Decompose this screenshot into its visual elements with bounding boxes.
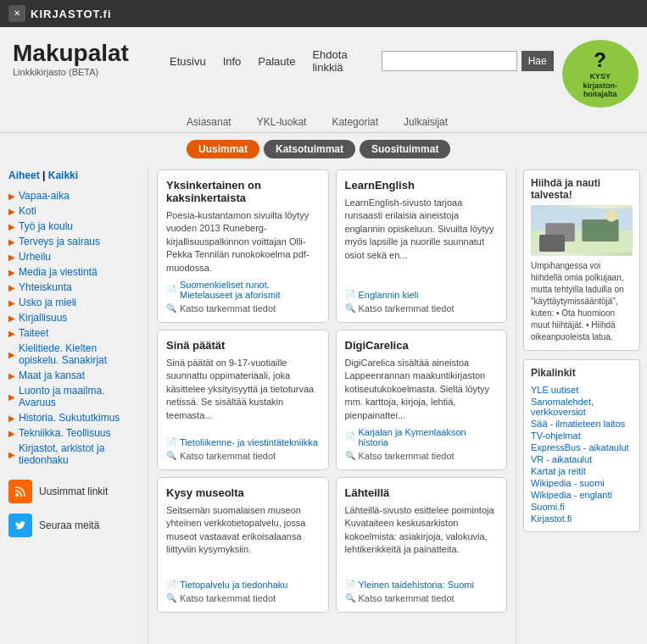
rss-icon bbox=[8, 480, 32, 503]
sidebar-item-label: Maat ja kansat bbox=[19, 369, 85, 381]
card-tag-label[interactable]: Yleinen taidehistoria: Suomi bbox=[359, 580, 474, 590]
sub-nav-julkaisijat[interactable]: Julkaisijat bbox=[404, 116, 448, 128]
svg-rect-4 bbox=[582, 219, 618, 242]
card-title: Yksinkertainen on kaksinkertaista bbox=[166, 179, 320, 204]
card-more-link[interactable]: 🔍 Katso tarkemmat tiedot bbox=[166, 303, 320, 314]
page-wrapper: Makupalat Linkkikirjasto (BETA) Etusivu … bbox=[0, 27, 647, 644]
card-tag-label[interactable]: Englannin kieli bbox=[359, 290, 419, 300]
filter-katsotuimmat[interactable]: Katsotuimmat bbox=[264, 140, 355, 158]
card-title: LearnEnglish bbox=[345, 179, 499, 192]
sidebar-item-urheilu[interactable]: ▶ Urheilu bbox=[8, 249, 139, 264]
card-tag-label[interactable]: Tietoliikenne- ja viestintätekniikka bbox=[180, 437, 318, 447]
quicklink-saa[interactable]: Sää - ilmatieteen laitos bbox=[531, 418, 633, 430]
card-more-link[interactable]: 🔍 Katso tarkemmat tiedot bbox=[166, 451, 320, 461]
card-more-link[interactable]: 🔍 Katso tarkemmat tiedot bbox=[345, 593, 499, 603]
arrow-icon: ▶ bbox=[8, 237, 15, 247]
site-title-area: Makupalat Linkkikirjasto (BETA) bbox=[0, 36, 170, 77]
sidebar-divider bbox=[8, 468, 139, 475]
quicklink-suomi[interactable]: Suomi.fi bbox=[531, 501, 633, 513]
sidebar-item-tyo[interactable]: ▶ Työ ja koulu bbox=[8, 219, 139, 234]
filter-suosituimmat[interactable]: Suosituimmat bbox=[360, 140, 450, 158]
arrow-icon: ▶ bbox=[8, 350, 15, 359]
card-more-link[interactable]: 🔍 Katso tarkemmat tiedot bbox=[345, 451, 499, 461]
card-tag-label[interactable]: Karjalan ja Kymenlaakson historia bbox=[359, 427, 499, 447]
card-more-label: Katso tarkemmat tiedot bbox=[359, 451, 455, 461]
arrow-icon: ▶ bbox=[8, 414, 15, 423]
card-tag: 📄 Karjalan ja Kymenlaakson historia bbox=[345, 427, 499, 447]
search-small-icon: 🔍 bbox=[345, 303, 355, 313]
quicklink-tv[interactable]: TV-ohjelmat bbox=[531, 430, 633, 441]
card-more-link[interactable]: 🔍 Katso tarkemmat tiedot bbox=[166, 593, 320, 603]
sidebar-item-taiteet[interactable]: ▶ Taiteet bbox=[8, 325, 139, 341]
quicklink-kartat[interactable]: Kartat ja reitit bbox=[531, 465, 633, 477]
sidebar-kaikki-link[interactable]: Kaikki bbox=[48, 169, 78, 181]
sidebar-aiheet-link[interactable]: Aiheet bbox=[8, 169, 40, 181]
nav-ehdota[interactable]: Ehdota linkkiä bbox=[312, 48, 347, 74]
card-title: Sinä päätät bbox=[166, 339, 320, 352]
search-button[interactable]: Hae bbox=[522, 51, 554, 71]
card-tag: 📄 Suomenkieliset runot. Mietelauseet ja … bbox=[166, 280, 320, 300]
sidebar-item-kirjallisuus[interactable]: ▶ Kirjallisuus bbox=[8, 310, 139, 325]
arrow-icon: ▶ bbox=[8, 283, 15, 292]
cards-area: Yksinkertainen on kaksinkertaista Poesia… bbox=[148, 165, 516, 644]
sidebar-item-media[interactable]: ▶ Media ja viestintä bbox=[8, 264, 139, 280]
card-more-link[interactable]: 🔍 Katso tarkemmat tiedot bbox=[345, 303, 499, 314]
sidebar-item-label: Kirjallisuus bbox=[19, 312, 67, 324]
card-yksinkertainen: Yksinkertainen on kaksinkertaista Poesia… bbox=[157, 169, 329, 323]
card-desc: Poesia-kustantamon sivuilta löytyy vuode… bbox=[166, 209, 320, 275]
quicklink-kirjastot[interactable]: Kirjastot.fi bbox=[531, 513, 633, 525]
arrow-icon: ▶ bbox=[8, 450, 15, 459]
sub-nav-kategoriat[interactable]: Kategoriat bbox=[332, 116, 378, 128]
kysy-q: ? bbox=[594, 48, 606, 72]
sidebar-item-label: Kielitiede. Kielten opiskelu. Sanakirjat bbox=[19, 342, 139, 366]
quicklink-wikipedia-fi[interactable]: Wikipedia - suomi bbox=[531, 477, 633, 489]
site-title: Makupalat bbox=[13, 40, 157, 67]
filter-uusimmat[interactable]: Uusimmat bbox=[187, 140, 259, 158]
sidebar-item-historia[interactable]: ▶ Historia. Sukututkimus bbox=[8, 410, 139, 425]
sidebar-item-label: Vapaa-aika bbox=[19, 190, 70, 202]
sub-nav-asiasanat[interactable]: Asiasanat bbox=[187, 116, 231, 128]
content-area: Aiheet | Kaikki ▶ Vapaa-aika ▶ Koti ▶ Ty… bbox=[0, 165, 647, 644]
promo-title: Hiihdä ja nauti talvesta! bbox=[531, 177, 633, 201]
sidebar-item-tekniikka[interactable]: ▶ Tekniikka. Teollisuus bbox=[8, 425, 139, 441]
kysy-logo[interactable]: ? KYSYkirjaston-hoitajalta bbox=[562, 40, 639, 108]
card-tag: 📄 Tietoliikenne- ja viestintätekniikka bbox=[166, 437, 320, 447]
card-learnenglish: LearnEnglish LearnEnglish-sivusto tarjoa… bbox=[336, 169, 508, 323]
sidebar: Aiheet | Kaikki ▶ Vapaa-aika ▶ Koti ▶ Ty… bbox=[0, 165, 148, 644]
card-tag-label[interactable]: Suomenkieliset runot. Mietelauseet ja af… bbox=[180, 280, 320, 300]
sidebar-item-label: Koti bbox=[19, 205, 36, 217]
sidebar-item-maat[interactable]: ▶ Maat ja kansat bbox=[8, 368, 139, 383]
sidebar-item-usko[interactable]: ▶ Usko ja mieli bbox=[8, 295, 139, 310]
quicklink-yle[interactable]: YLE uutiset bbox=[531, 384, 633, 396]
right-sidebar: Hiihdä ja nauti talvesta! Umpihangessa v… bbox=[516, 165, 647, 644]
card-more-label: Katso tarkemmat tiedot bbox=[359, 593, 455, 603]
filter-bar: Uusimmat Katsotuimmat Suosituimmat bbox=[0, 133, 647, 165]
sidebar-item-kirjastot[interactable]: ▶ Kirjastot, arkistot ja tiedonhaku bbox=[8, 441, 139, 468]
sidebar-item-luonto[interactable]: ▶ Luonto ja maailma. Avaruus bbox=[8, 383, 139, 410]
sidebar-item-label: Terveys ja sairaus bbox=[19, 236, 100, 247]
rss-item[interactable]: Uusimmat linkit bbox=[8, 475, 139, 508]
quicklink-sanomalehdet[interactable]: Sanomalehdet, verkkoversiot bbox=[531, 396, 633, 418]
search-input[interactable] bbox=[382, 51, 517, 71]
card-tag: 📄 Tietopalvelu ja tiedonhaku bbox=[166, 580, 320, 590]
sidebar-item-koti[interactable]: ▶ Koti bbox=[8, 203, 139, 219]
sidebar-item-vapaa-aika[interactable]: ▶ Vapaa-aika bbox=[8, 188, 139, 203]
sidebar-item-yhteiskunta[interactable]: ▶ Yhteiskunta bbox=[8, 280, 139, 295]
quicklink-wikipedia-en[interactable]: Wikipedia - englanti bbox=[531, 489, 633, 501]
nav-palaute[interactable]: Palaute bbox=[258, 55, 295, 68]
quicklink-vr[interactable]: VR - aikataulut bbox=[531, 453, 633, 465]
card-tag-label[interactable]: Tietopalvelu ja tiedonhaku bbox=[180, 580, 287, 590]
arrow-icon: ▶ bbox=[8, 329, 15, 338]
arrow-icon: ▶ bbox=[8, 192, 15, 201]
promo-image bbox=[531, 205, 633, 256]
card-desc: LearnEnglish-sivusto tarjoaa runsaasti e… bbox=[345, 197, 499, 285]
quicklink-expressbus[interactable]: ExpressBus - aikataulut bbox=[531, 441, 633, 453]
twitter-item[interactable]: Seuraa meitä bbox=[8, 508, 139, 542]
nav-etusivu[interactable]: Etusivu bbox=[170, 55, 206, 68]
sidebar-item-terveys[interactable]: ▶ Terveys ja sairaus bbox=[8, 234, 139, 249]
sub-nav-ykl[interactable]: YKL-luokat bbox=[257, 116, 307, 128]
nav-info[interactable]: Info bbox=[223, 55, 242, 68]
arrow-icon: ▶ bbox=[8, 371, 15, 380]
card-title: Kysy museolta bbox=[166, 486, 320, 499]
sidebar-item-kielitiede[interactable]: ▶ Kielitiede. Kielten opiskelu. Sanakirj… bbox=[8, 341, 139, 368]
